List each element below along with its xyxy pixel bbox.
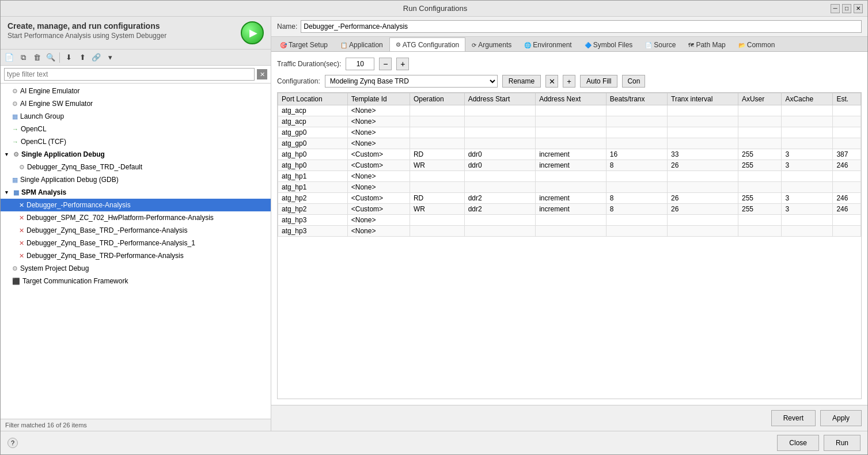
delete-button[interactable]: 🗑 [31,51,43,64]
tree-item-ai-engine-sw-emu[interactable]: ⚙ AI Engine SW Emulator [1,97,271,110]
table-row[interactable]: atg_hp3<None> [278,215,861,226]
configuration-select[interactable]: Modeling Zynq Base TRD Custom [325,75,498,88]
expand-all-button[interactable]: ⬆ [76,51,89,64]
rename-button[interactable]: Rename [502,75,541,88]
single-app-debug-label: Single Application Debug [21,150,105,158]
target-setup-icon: 🎯 [280,42,287,48]
revert-button[interactable]: Revert [771,410,816,426]
col-beats-tranx[interactable]: Beats/tranx [606,93,667,105]
tabs-bar: 🎯 Target Setup 📋 Application ⚙ ATG Confi… [271,37,867,52]
tree-item-debugger-spm-zc702[interactable]: ✕ Debugger_SPM_ZC_702_HwPlatform-Perform… [1,211,271,224]
table-row[interactable]: atg_hp1<None> [278,171,861,182]
col-operation[interactable]: Operation [410,93,464,105]
tab-path-map[interactable]: 🗺 Path Map [682,38,731,51]
tree-item-debugger-zynq-perf[interactable]: ✕ Debugger_Zynq_Base_TRD_-Performance-An… [1,224,271,237]
filter-input[interactable] [4,68,255,81]
left-panel: Create, manage, and run configurations S… [1,17,271,431]
traffic-increment-button[interactable]: + [396,58,409,70]
tree-item-ai-engine-emu[interactable]: ⚙ AI Engine Emulator [1,85,271,97]
table-row[interactable]: atg_hp0<Custom>RDddr0increment1633255338… [278,149,861,160]
tab-symbol-files[interactable]: 🔷 Symbol Files [578,38,639,51]
header-title: Create, manage, and run configurations [7,21,166,31]
table-row[interactable]: atg_hp2<Custom>WRddr2increment8262553246 [278,204,861,215]
tree-item-launch-group[interactable]: ▦ Launch Group [1,110,271,123]
name-row: Name: [271,17,867,37]
table-row[interactable]: atg_acp<None> [278,105,861,116]
col-axcache[interactable]: AxCache [782,93,833,105]
tab-atg-configuration[interactable]: ⚙ ATG Configuration [389,37,466,51]
auto-fill-button[interactable]: Auto Fill [580,75,617,88]
table-row[interactable]: atg_hp3<None> [278,226,861,237]
col-axuser[interactable]: AxUser [738,93,781,105]
help-button[interactable]: ? [7,438,18,448]
table-row[interactable]: atg_hp0<Custom>WRddr0increment8262553246 [278,160,861,171]
traffic-duration-input[interactable] [346,58,374,70]
table-row[interactable]: atg_gp0<None> [278,138,861,149]
name-label: Name: [277,22,297,31]
tab-common[interactable]: 📂 Common [732,38,782,51]
remove-config-button[interactable]: ✕ [545,75,558,88]
tree-item-debugger-zynq-perf-1[interactable]: ✕ Debugger_Zynq_Base_TRD_-Performance-An… [1,237,271,249]
close-button[interactable]: Close [777,435,819,451]
system-project-debug-label: System Project Debug [20,264,89,272]
tab-application[interactable]: 📋 Application [334,38,389,51]
expand-single-app-arrow: ▾ [5,151,11,157]
debugger-performance-icon: ✕ [19,202,24,209]
atg-config-icon: ⚙ [396,41,401,48]
tree-area: ⚙ AI Engine Emulator ⚙ AI Engine SW Emul… [1,84,271,419]
tab-application-label: Application [349,41,383,49]
apply-button[interactable]: Apply [820,410,862,426]
table-row[interactable]: atg_hp1<None> [278,182,861,193]
spm-analysis-label: SPM Analysis [21,188,66,196]
table-row[interactable]: atg_gp0<None> [278,127,861,138]
ai-engine-emu-label: AI Engine Emulator [20,87,79,95]
col-address-start[interactable]: Address Start [464,93,536,105]
col-tranx-interval[interactable]: Tranx interval [668,93,738,105]
opencl-icon: → [12,126,18,132]
tree-item-opencl[interactable]: → OpenCL [1,123,271,135]
tree-item-debugger-performance[interactable]: ✕ Debugger_-Performance-Analysis [1,199,271,211]
environment-icon: 🌐 [524,42,531,48]
tab-target-setup[interactable]: 🎯 Target Setup [274,38,334,51]
maximize-button[interactable]: □ [842,4,851,13]
more-button[interactable]: ▾ [104,51,116,64]
filter-button[interactable]: 🔍 [44,51,57,64]
collapse-all-button[interactable]: ⬇ [62,51,75,64]
minimize-button[interactable]: ─ [831,4,840,13]
symbol-files-icon: 🔷 [585,42,592,48]
name-input[interactable] [301,20,862,33]
tab-arguments[interactable]: ⟳ Arguments [465,38,518,51]
filter-clear-button[interactable]: ✕ [257,69,267,79]
con-button[interactable]: Con [622,75,645,88]
run-icon[interactable] [241,21,264,44]
tree-item-debugger-zynq-perf-nodash[interactable]: ✕ Debugger_Zynq_Base_TRD-Performance-Ana… [1,249,271,262]
table-row[interactable]: atg_hp2<Custom>RDddr2increment8262553246 [278,193,861,204]
close-button[interactable]: ✕ [854,4,863,13]
tree-item-spm-analysis[interactable]: ▾ ▦ SPM Analysis [1,186,271,199]
configuration-row: Configuration: Modeling Zynq Base TRD Cu… [277,75,862,88]
link-button[interactable]: 🔗 [90,51,103,64]
tree-item-debugger-zynq-default[interactable]: ⚙ Debugger_Zynq_Base_TRD_-Default [1,161,271,173]
add-config-button[interactable]: + [563,75,575,88]
traffic-decrement-button[interactable]: − [379,58,392,70]
tab-environment[interactable]: 🌐 Environment [518,38,578,51]
duplicate-button[interactable]: ⧉ [17,51,29,64]
col-port-location[interactable]: Port Location [278,93,348,105]
tree-item-single-app-gdb[interactable]: ▦ Single Application Debug (GDB) [1,173,271,186]
tab-source[interactable]: 📄 Source [639,38,682,51]
col-template-id[interactable]: Template Id [347,93,410,105]
path-map-icon: 🗺 [688,42,694,48]
table-row[interactable]: atg_acp<None> [278,116,861,127]
tree-item-opencl-tcf[interactable]: → OpenCL (TCF) [1,135,271,148]
new-config-button[interactable]: 📄 [3,51,16,64]
configuration-label: Configuration: [277,77,320,85]
tree-item-single-app-debug[interactable]: ▾ ⚙ Single Application Debug [1,148,271,161]
col-est[interactable]: Est. [833,93,861,105]
tab-path-map-label: Path Map [696,41,725,49]
tree-item-target-comm[interactable]: ⬛ Target Communication Framework [1,275,271,287]
ai-engine-sw-emu-icon: ⚙ [12,100,18,108]
tree-item-system-project-debug[interactable]: ⚙ System Project Debug [1,262,271,275]
col-address-next[interactable]: Address Next [536,93,607,105]
run-button[interactable]: Run [824,435,861,451]
tab-atg-configuration-label: ATG Configuration [403,41,460,49]
